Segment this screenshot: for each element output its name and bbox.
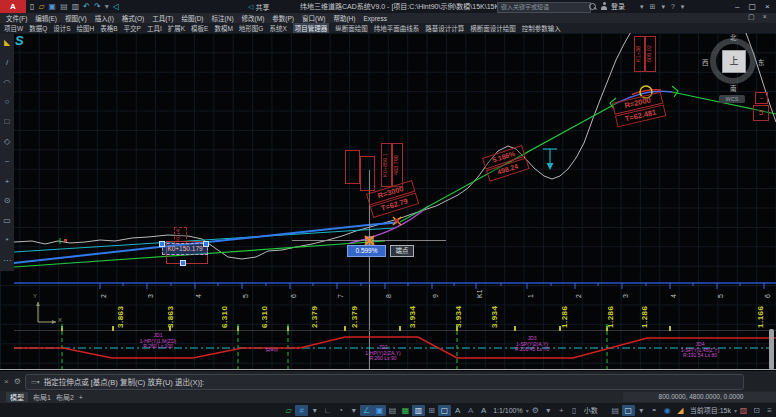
status-toggle-icon[interactable]: A [464,405,477,416]
custom-menu-item[interactable]: 扩展K [168,23,185,33]
status-toggle-icon[interactable]: # [295,405,308,416]
maximize-button[interactable]: ▢ [748,2,756,11]
custom-menu-item[interactable]: 路基设计计算 [425,23,464,33]
qat-icon[interactable]: ▣ [49,0,57,13]
menu-item[interactable]: 工具(T) [152,13,173,23]
draw-tool-icon[interactable]: ~ [5,152,10,172]
custom-menu-item[interactable]: 纵断面绘图 [335,23,368,33]
menu-item[interactable]: 帮助(H) [333,13,355,23]
annotation-scale[interactable]: 1:1/100% [493,407,523,414]
status-tool-icon[interactable]: ⚙ [529,405,542,416]
titlebar-tool-icon[interactable]: ▾ [640,3,644,11]
menu-item[interactable]: 窗口(W) [302,13,325,23]
custom-menu-item[interactable]: 纬地平面曲线系 [374,23,420,33]
menu-item[interactable]: 视图(V) [65,13,87,23]
layout-tab[interactable]: 布局1 [33,392,51,402]
status-display-icon[interactable]: ▤ [609,405,622,416]
status-display-icon[interactable]: ◢ [674,405,687,416]
units-label[interactable]: 小数 [584,405,598,415]
menu-item[interactable]: 参数(P) [272,13,294,23]
current-project-label[interactable]: 当前项目:15k [690,405,731,415]
draw-tool-icon[interactable]: ◣ [4,33,10,53]
layout-tab[interactable]: 布局2 [56,392,74,402]
qat-icon[interactable]: ▥ [72,0,80,13]
draw-tool-icon[interactable]: ○ [5,92,10,112]
menu-item[interactable]: Express [363,15,386,22]
custom-menu-item[interactable]: 表格B [100,23,117,33]
draw-tool-icon[interactable]: + [5,172,10,192]
status-tool-icon[interactable]: ▾ [542,405,555,416]
custom-menu-item[interactable]: 横断面设计绘图 [470,23,516,33]
qat-icon[interactable]: ▱ [38,0,44,13]
qat-icon[interactable]: ▾ [105,0,109,13]
custom-menu-item[interactable]: 设计S [53,23,70,33]
qat-icon[interactable]: ↶ [83,0,90,13]
status-toggle-icon[interactable]: ∠ [360,405,373,416]
vertical-scrollbar-thumb[interactable] [769,329,774,370]
menu-item[interactable]: 修改(M) [242,13,265,23]
custom-menu-item[interactable]: 平交P [124,23,141,33]
account-icon[interactable] [601,2,607,10]
custom-menu-item[interactable]: 项目W [4,23,23,33]
mdi-restore-button[interactable]: ▢ [748,13,755,21]
custom-menu-item[interactable]: 工具I [147,23,162,33]
draw-tool-icon[interactable]: ◇ [4,132,10,152]
custom-menu-item[interactable]: 项目管理器 [293,23,330,33]
compass-north[interactable]: 北 [730,32,737,42]
custom-menu-item[interactable]: 地形图G [239,23,264,33]
status-display-icon[interactable]: ▢ [622,405,635,416]
custom-menu-item[interactable]: 控制参数输入 [522,23,561,33]
dynamic-input-field[interactable]: 0.599% [347,245,386,257]
qat-icon[interactable]: ▯ [30,0,34,13]
draw-tool-icon[interactable]: □ [5,112,10,132]
close-button[interactable]: × [765,2,770,11]
draw-tool-icon[interactable]: * [5,231,8,251]
custom-menu-item[interactable]: 数模M [214,23,232,33]
status-toggle-icon[interactable]: ◔ [334,405,347,416]
status-toggle-icon[interactable]: ▣ [373,405,386,416]
qat-icon[interactable]: ▤ [60,0,68,13]
command-close-icon[interactable]: × [4,377,9,386]
wcs-badge[interactable]: WCS [719,95,745,103]
status-toggle-icon[interactable]: ▤ [386,405,399,416]
custom-menu-item[interactable]: 模板E [191,23,208,33]
draw-tool-icon[interactable]: ⊙ [4,191,11,211]
grip-handle[interactable] [159,241,165,247]
status-toggle-icon[interactable]: ▾ [347,405,360,416]
menu-item[interactable]: 绘图(D) [182,13,204,23]
command-input[interactable]: ▭▾ 指定拉伸点或 [基点(B) 复制(C) 放弃(U) 退出(X)]: [25,374,744,390]
custom-menu-item[interactable]: 系统X [269,23,286,33]
qat-icon[interactable]: ◁ [113,0,119,13]
grip-handle[interactable] [203,241,209,247]
status-toggle-icon[interactable]: ▦ [399,405,412,416]
status-toggle-icon[interactable]: A [477,405,490,416]
qat-icon[interactable]: ↷ [94,0,101,13]
custom-menu-item[interactable]: 绘图H [77,23,95,33]
search-icon[interactable] [589,3,596,10]
command-tools-icon[interactable]: ⚙ [14,377,21,386]
status-toggle-icon[interactable]: ⊞ [425,405,438,416]
menu-item[interactable]: 标注(N) [212,13,234,23]
draw-tool-icon[interactable]: ▭ [3,211,11,231]
status-end-icon[interactable]: ⊡ [750,405,763,416]
draw-tool-icon[interactable]: ⋯ [3,251,11,271]
status-tool-icon[interactable]: + [555,405,568,416]
status-tool-icon[interactable]: ▯ [568,405,581,416]
layout-tab[interactable]: + [79,394,83,401]
status-toggle-icon[interactable]: A [451,405,464,416]
mdi-close-button[interactable]: × [763,13,767,21]
titlebar-tool-icon[interactable]: ▾ [681,3,685,11]
titlebar-tool-icon[interactable]: ? [671,3,675,10]
custom-menu-item[interactable]: 数据Q [29,23,47,33]
menu-item[interactable]: 插入(I) [95,13,114,23]
minimize-button[interactable]: – [735,2,739,11]
status-toggle-icon[interactable]: ▾ [308,405,321,416]
pvi1-elevation-tag[interactable]: 483.799 [392,143,403,187]
draw-tool-icon[interactable]: ◠ [4,73,11,93]
status-display-icon[interactable]: ◓ [648,405,661,416]
status-end-icon[interactable]: ▨ [737,405,750,416]
status-toggle-icon[interactable]: ∟ [321,405,334,416]
share-button[interactable]: ◁ 共享 [248,0,269,13]
status-toggle-icon[interactable]: ▥ [412,405,425,416]
titlebar-tool-icon[interactable]: ▾ [661,3,665,11]
